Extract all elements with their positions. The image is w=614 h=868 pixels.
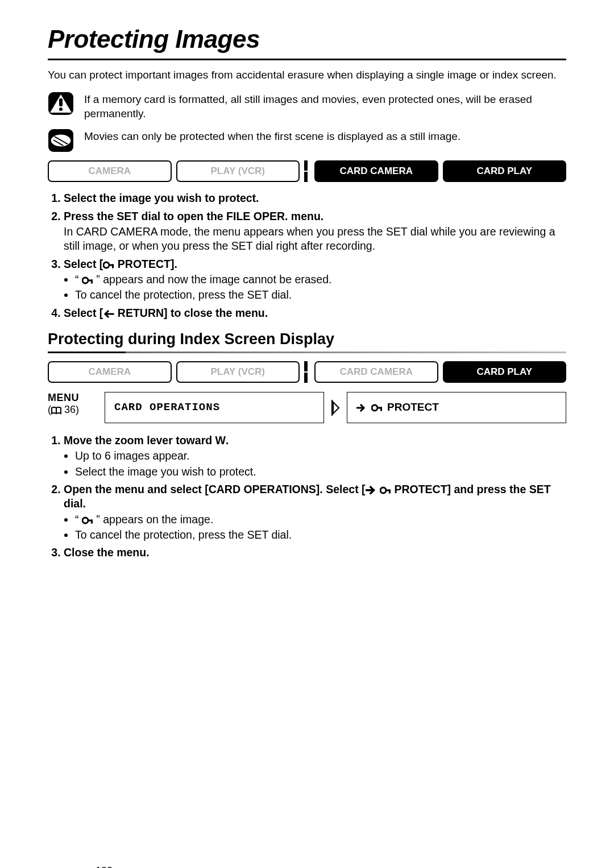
svg-point-16 — [372, 405, 377, 411]
step-a1: Select the image you wish to protect. — [64, 191, 566, 205]
mode-play-vcr-2: PLAY (VCR) — [176, 361, 300, 383]
step-b2-pre: Open the menu and select [CARD OPERATION… — [64, 483, 366, 495]
menu-box-2: PROTECT — [347, 392, 566, 423]
step-a4-pre: Select [ — [64, 307, 103, 319]
step-b1-w: W — [215, 434, 226, 447]
step-a3-pre: Select [ — [64, 258, 103, 270]
info-note: Movies can only be protected when the fi… — [48, 129, 566, 152]
svg-point-19 — [380, 487, 386, 493]
mode-separator-2 — [304, 361, 310, 383]
step-a3-b1b: ” appears and now the image cannot be er… — [93, 273, 332, 286]
subheading-rule — [48, 352, 566, 353]
svg-rect-24 — [91, 519, 93, 523]
mode-camera: CAMERA — [48, 160, 172, 182]
step-a2: Press the SET dial to open the FILE OPER… — [64, 209, 566, 254]
svg-rect-2 — [59, 98, 63, 106]
title-rule — [48, 59, 566, 60]
step-a3-b1: “ ” appears and now the image cannot be … — [75, 272, 566, 287]
warning-note: If a memory card is formatted, all still… — [48, 92, 566, 121]
step-b2-b1a: “ — [75, 513, 82, 526]
step-b1-pre: Move the zoom lever toward — [64, 434, 215, 447]
svg-point-3 — [59, 108, 63, 111]
step-a3-b2: To cancel the protection, press the SET … — [75, 288, 566, 302]
left-arrow-icon — [103, 310, 114, 318]
step-b3-text: Close the menu. — [64, 546, 150, 559]
menu-path-row: MENU ( 36) CARD OPERATIONS PROTECT — [48, 392, 566, 423]
right-arrow-icon — [366, 486, 377, 495]
key-protect-icon — [380, 486, 391, 494]
svg-rect-12 — [91, 279, 93, 283]
key-protect-icon — [82, 276, 93, 284]
info-text: Movies can only be protected when the fi… — [84, 129, 566, 144]
menu-arrow-icon — [331, 400, 340, 416]
step-b2: Open the menu and select [CARD OPERATION… — [64, 482, 566, 542]
key-protect-icon — [103, 261, 114, 269]
step-a2-sub: In CARD CAMERA mode, the menu appears wh… — [64, 225, 566, 254]
steps-list-a: Select the image you wish to protect. Pr… — [48, 191, 566, 320]
step-b1: Move the zoom lever toward W. Up to 6 im… — [64, 433, 566, 479]
step-b1-b1: Up to 6 images appear. — [75, 449, 566, 463]
intro-text: You can protect important images from ac… — [48, 68, 566, 82]
step-a3-post: PROTECT]. — [114, 258, 177, 270]
key-protect-icon — [371, 404, 383, 412]
mode-card-camera: CARD CAMERA — [314, 160, 438, 182]
menu-box-2-text: PROTECT — [387, 400, 439, 415]
step-a4: Select [ RETURN] to close the menu. — [64, 306, 566, 320]
step-a4-post: RETURN] to close the menu. — [114, 307, 268, 319]
page-number: 102 — [96, 865, 113, 868]
svg-point-22 — [82, 518, 88, 523]
step-a3: Select [ PROTECT]. “ ” appears and now t… — [64, 257, 566, 303]
menu-box-1-text: CARD OPERATIONS — [114, 400, 220, 415]
step-b2-b1b: ” appears on the image. — [93, 513, 213, 526]
mode-card-camera-2: CARD CAMERA — [314, 361, 438, 383]
step-a2-text: Press the SET dial to open the FILE OPER… — [64, 210, 323, 222]
steps-list-b: Move the zoom lever toward W. Up to 6 im… — [48, 433, 566, 560]
mode-card-play-2: CARD PLAY — [443, 361, 567, 383]
mode-row-1: CAMERA PLAY (VCR) CARD CAMERA CARD PLAY — [48, 160, 566, 182]
svg-point-7 — [103, 262, 109, 268]
manual-icon — [51, 407, 61, 415]
svg-rect-9 — [112, 264, 114, 268]
menu-path-arrow — [330, 392, 341, 423]
mode-play-vcr: PLAY (VCR) — [176, 160, 300, 182]
svg-point-10 — [82, 278, 88, 283]
menu-box-1: CARD OPERATIONS — [105, 392, 324, 423]
mode-camera-2: CAMERA — [48, 361, 172, 383]
menu-label-top: MENU — [48, 392, 79, 403]
menu-label-ref: 36) — [61, 404, 79, 415]
right-arrow-icon — [356, 404, 367, 412]
step-a1-text: Select the image you wish to protect. — [64, 192, 259, 204]
svg-rect-18 — [380, 407, 382, 411]
step-a3-b1a: “ — [75, 273, 82, 286]
key-protect-icon — [82, 516, 93, 524]
step-b2-b1: “ ” appears on the image. — [75, 512, 566, 527]
menu-label: MENU ( 36) — [48, 392, 99, 423]
svg-marker-15 — [333, 402, 339, 414]
step-b2-b2: To cancel the protection, press the SET … — [75, 528, 566, 542]
svg-rect-21 — [389, 489, 391, 493]
page-title: Protecting Images — [48, 23, 566, 55]
warning-icon — [48, 92, 74, 115]
subheading: Protecting during Index Screen Display — [48, 329, 566, 349]
step-b1-b2: Select the image you wish to protect. — [75, 465, 566, 479]
warning-text: If a memory card is formatted, all still… — [84, 92, 566, 121]
mode-card-play: CARD PLAY — [443, 160, 567, 182]
info-icon — [48, 129, 74, 152]
mode-row-2: CAMERA PLAY (VCR) CARD CAMERA CARD PLAY — [48, 361, 566, 383]
mode-separator — [304, 160, 310, 182]
step-b1-post: . — [226, 434, 229, 447]
step-b3: Close the menu. — [64, 545, 566, 560]
